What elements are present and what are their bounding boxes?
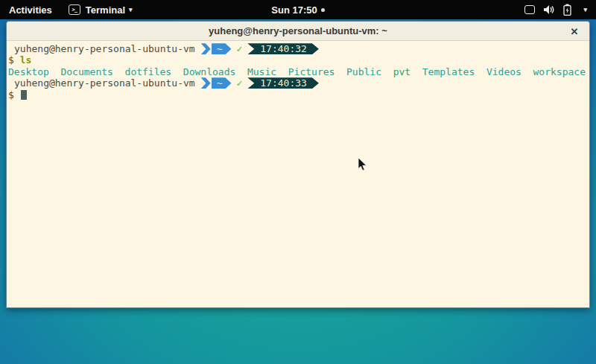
system-menu-chevron-icon: ▾	[583, 6, 587, 13]
prompt-line-1: yuheng@henry-personal-ubuntu-vm ~ ✓ 17:4…	[8, 43, 589, 54]
terminal-window: yuheng@henry-personal-ubuntu-vm: ~ ✕ yuh…	[6, 21, 590, 308]
battery-charging-icon	[563, 4, 571, 16]
prompt-status-check-icon: ✓	[236, 77, 242, 89]
command-line: $ ls	[8, 54, 589, 66]
mouse-cursor	[358, 157, 368, 172]
system-status-area[interactable]: ▾	[516, 0, 596, 19]
close-icon: ✕	[571, 26, 579, 37]
prompt-time-badge: 17:40:33	[247, 77, 319, 89]
shell-prompt-symbol: $	[8, 54, 14, 66]
ls-entry: pvt	[393, 66, 410, 77]
notification-dot-icon	[321, 8, 325, 12]
prompt-user-host: yuheng@henry-personal-ubuntu-vm	[8, 77, 195, 89]
ls-entry: Pictures	[288, 66, 335, 77]
terminal-app-icon: >_	[69, 4, 80, 15]
powerline-chevron-icon	[201, 77, 211, 89]
ls-entry: Downloads	[183, 66, 235, 77]
ls-entry: Videos	[486, 66, 522, 77]
command-text: ls	[20, 54, 32, 66]
volume-icon	[543, 4, 555, 15]
close-button[interactable]: ✕	[567, 22, 582, 41]
ls-entry: Public	[346, 66, 381, 77]
prompt-status-check-icon: ✓	[236, 43, 242, 54]
shell-prompt-symbol: $	[8, 89, 14, 100]
topbar-left: Activities >_ Terminal ▾	[0, 0, 140, 19]
ls-entry: Desktop	[8, 66, 49, 77]
prompt-path-segment: ~	[212, 43, 232, 54]
prompt-line-2: yuheng@henry-personal-ubuntu-vm ~ ✓ 17:4…	[8, 77, 589, 89]
ls-entry: Documents	[60, 66, 112, 77]
input-line: $	[8, 89, 589, 100]
window-titlebar[interactable]: yuheng@henry-personal-ubuntu-vm: ~ ✕	[7, 22, 589, 41]
ls-entry: Music	[247, 66, 276, 77]
ls-output-line: Desktop Documents dotfiles Downloads Mus…	[8, 66, 589, 77]
cursor-block	[21, 90, 27, 100]
window-title: yuheng@henry-personal-ubuntu-vm: ~	[209, 25, 387, 36]
activities-button[interactable]: Activities	[0, 0, 61, 19]
prompt-user-host: yuheng@henry-personal-ubuntu-vm	[8, 43, 195, 54]
clock-label: Sun 17:50	[271, 4, 317, 16]
ls-entry: Templates	[422, 66, 475, 77]
prompt-path-segment: ~	[212, 77, 232, 89]
terminal-body[interactable]: yuheng@henry-personal-ubuntu-vm ~ ✓ 17:4…	[7, 41, 589, 308]
powerline-chevron-icon	[201, 43, 211, 54]
app-menu-label: Terminal	[86, 4, 125, 16]
desktop-screen: Activities >_ Terminal ▾ Sun 17:50	[0, 0, 596, 364]
top-bar: Activities >_ Terminal ▾ Sun 17:50	[0, 0, 596, 19]
chevron-down-icon: ▾	[129, 6, 133, 13]
prompt-time-badge: 17:40:32	[247, 43, 319, 54]
ls-entry: dotfiles	[125, 66, 172, 77]
display-icon	[524, 5, 535, 14]
app-menu-terminal[interactable]: >_ Terminal ▾	[61, 0, 140, 19]
ls-entry: workspace	[533, 66, 586, 77]
